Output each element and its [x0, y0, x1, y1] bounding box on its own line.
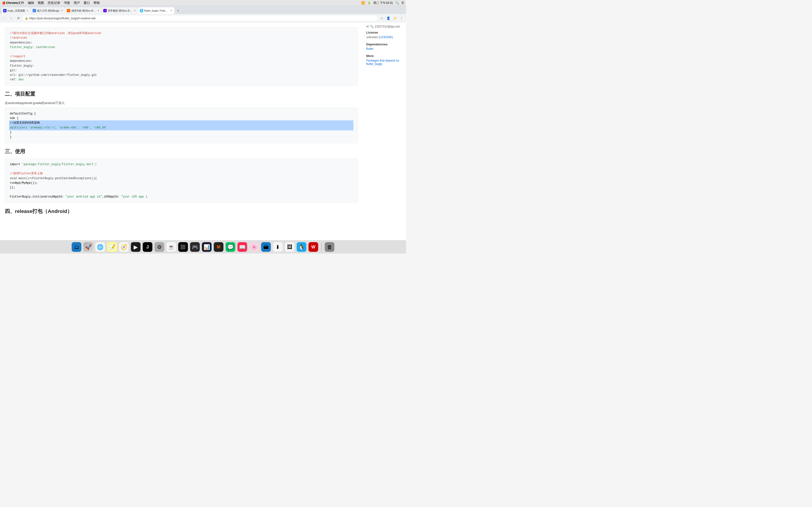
- forward-button[interactable]: ›: [9, 15, 14, 21]
- tab-bar: B bugly_百度搜索 ✕ ↙ 接入引导-测试Bugly ✕ ≡ 崩溃列表-测…: [0, 6, 406, 14]
- tab-title-baidu: bugly_百度搜索: [7, 9, 25, 12]
- dock-finder2[interactable]: 🏔: [261, 242, 271, 252]
- void-line: void main()=>FlutterBugly.postCatchedExc…: [10, 176, 97, 180]
- init-ios: "your iOS app i: [121, 195, 147, 199]
- dock-terminal[interactable]: ⬛: [179, 242, 188, 252]
- tab-close-baidu[interactable]: ✕: [26, 9, 29, 12]
- dock: 🗂 🚀 🌐 📝 🧭 ▶ J ⚙ ☕ ⬛ 🎮 📊 M 💬 📖 🌸: [0, 240, 406, 253]
- url-bar[interactable]: 🔒 https://pub.dev/packages/flutter_bugly…: [22, 15, 378, 21]
- code-dep-value: flutter_bugly: lastVersion: [10, 46, 55, 49]
- menu-bookmarks[interactable]: 书签: [64, 1, 70, 5]
- usage-comment: //使用flutter异常上报: [10, 172, 43, 175]
- dock-trash[interactable]: 🗑: [325, 242, 335, 252]
- dock-motion[interactable]: M: [214, 242, 223, 252]
- trash-icon: 🗑: [327, 244, 332, 250]
- dock-java[interactable]: ☕: [166, 242, 176, 252]
- section-4-bold: release打包（Android）: [15, 208, 72, 214]
- dock-finder[interactable]: 🗂: [72, 242, 82, 252]
- reload-button[interactable]: ↺: [15, 15, 21, 21]
- tab-title-intro: 接入引导-测试Bugly: [37, 9, 59, 12]
- wechat-icon: 💬: [227, 244, 234, 250]
- dock-sysprefs[interactable]: ⚙: [155, 242, 164, 252]
- java-icon: ☕: [168, 244, 175, 250]
- profile-icon[interactable]: 👤: [386, 15, 391, 21]
- menu-help[interactable]: 帮助: [94, 1, 100, 5]
- sidebar-license-link[interactable]: LICENSE: [379, 36, 392, 39]
- init-android: "your android app id": [65, 195, 102, 199]
- import-value: 'package:flutter_bugly/flutter_bugly.dar…: [22, 163, 95, 166]
- tab-favicon-baidu: B: [3, 9, 6, 12]
- sidebar-more-title: More: [366, 54, 403, 58]
- dock-redbook[interactable]: 📖: [238, 242, 247, 252]
- dock-wps[interactable]: W: [309, 242, 318, 252]
- section-4-header: 四、release打包（Android）: [5, 208, 358, 216]
- page-content: //因为大部分主流插件都已升级androidx，所以pub库升级androidx…: [0, 22, 406, 240]
- init-mid: ,iOSAppId:: [102, 195, 121, 199]
- code-block-usage: import 'package:flutter_bugly/flutter_bu…: [5, 158, 358, 203]
- tab-close-exception[interactable]: ✕: [134, 9, 136, 12]
- clock-time: 周二 下午10:31: [373, 1, 393, 5]
- new-tab-button[interactable]: +: [175, 7, 182, 14]
- menu-edit[interactable]: 编辑: [28, 1, 34, 5]
- tab-close-intro[interactable]: ✕: [60, 9, 63, 12]
- launchpad-icon: 🚀: [85, 244, 92, 250]
- secure-icon: 🔒: [25, 17, 28, 20]
- menu-user[interactable]: 用户: [74, 1, 80, 5]
- dock-launchpad[interactable]: 🚀: [84, 242, 93, 252]
- url-text: https://pub.dev/packages/flutter_bugly#-…: [29, 16, 375, 20]
- close-bracket: });: [10, 186, 15, 189]
- motion-icon: M: [217, 244, 220, 249]
- tab-title-exception: 异常概览-测试ios-Bugly: [108, 9, 133, 12]
- finder-icon: 🗂: [74, 244, 79, 250]
- menu-view[interactable]: 视图: [38, 1, 44, 5]
- gradle-line2: ndk {: [10, 117, 18, 120]
- code-git-key: git:: [10, 69, 17, 72]
- rclone-icon: ⬇: [275, 244, 280, 250]
- app-name-label[interactable]: Chrome: [6, 1, 18, 5]
- tab-crash-list[interactable]: ≡ 崩溃列表-测试ios-Bugly ✕: [65, 7, 101, 14]
- run-app: runApp(MyApp());: [10, 181, 38, 185]
- menu-history[interactable]: 历史记录: [48, 1, 60, 5]
- dock-activity[interactable]: 📊: [202, 242, 212, 252]
- chrome-dock-icon: 🌐: [97, 244, 104, 250]
- tab-exception[interactable]: ⚠ 异常概览-测试ios-Bugly ✕: [102, 7, 138, 14]
- import-semi: ;: [95, 163, 97, 166]
- dock-qq[interactable]: 🐧: [297, 242, 306, 252]
- tab-baidu[interactable]: B bugly_百度搜索 ✕: [1, 7, 31, 14]
- sysprefs-icon: ⚙: [157, 244, 162, 250]
- sidebar-more-link[interactable]: Packages that depend on flutter_bugly: [366, 59, 399, 66]
- control-center-icon[interactable]: ☰: [401, 1, 404, 4]
- apple-menu-icon[interactable]: 🍎: [2, 1, 6, 4]
- sidebar-email-address: 21527312@qq.com: [375, 25, 400, 28]
- more-actions-icon[interactable]: ⋮: [399, 15, 404, 21]
- dock-safari[interactable]: 🧭: [119, 242, 129, 252]
- tab-favicon-intro: ↙: [33, 9, 36, 12]
- tab-close-flutter[interactable]: ✕: [170, 9, 173, 12]
- code-dep2-key: dependencies:: [10, 59, 33, 63]
- menu-bar-right: 📶 🔋 周二 下午10:31 🔍 ☰: [361, 1, 404, 5]
- menu-file[interactable]: 文件: [18, 1, 24, 5]
- bookmark-icon[interactable]: ☆: [379, 15, 385, 21]
- code-dep-key: dependencies:: [10, 41, 33, 44]
- section-2-desc: 在android/app/build.gradle的android下加入: [5, 101, 358, 105]
- extensions-icon[interactable]: ⚡: [392, 15, 398, 21]
- search-sidebar-icon: 🔍: [370, 25, 373, 28]
- menu-window[interactable]: 窗口: [84, 1, 90, 5]
- dock-gamecenter[interactable]: 🎮: [190, 242, 200, 252]
- quicktime-icon: ▶: [134, 244, 138, 250]
- dock-chrome[interactable]: 🌐: [95, 242, 105, 252]
- dock-quicktime[interactable]: ▶: [131, 242, 141, 252]
- sidebar-flutter-dep-link[interactable]: flutter: [366, 47, 373, 50]
- tab-flutter-bugly[interactable]: F flutter_bugly | Flutter Package ✕: [138, 7, 174, 14]
- back-button[interactable]: ‹: [2, 15, 7, 21]
- dock-photos[interactable]: 🖼: [285, 242, 295, 252]
- dock-notes[interactable]: 📝: [107, 242, 117, 252]
- dock-intellij[interactable]: J: [143, 242, 152, 252]
- dock-app9[interactable]: 🌸: [249, 242, 259, 252]
- dock-rclone[interactable]: ⬇: [273, 242, 283, 252]
- tab-close-crash[interactable]: ✕: [97, 9, 100, 12]
- gradle-close2: }: [10, 135, 12, 139]
- tab-intro[interactable]: ↙ 接入引导-测试Bugly ✕: [31, 7, 65, 14]
- search-menubar-icon[interactable]: 🔍: [395, 1, 399, 4]
- dock-wechat[interactable]: 💬: [226, 242, 236, 252]
